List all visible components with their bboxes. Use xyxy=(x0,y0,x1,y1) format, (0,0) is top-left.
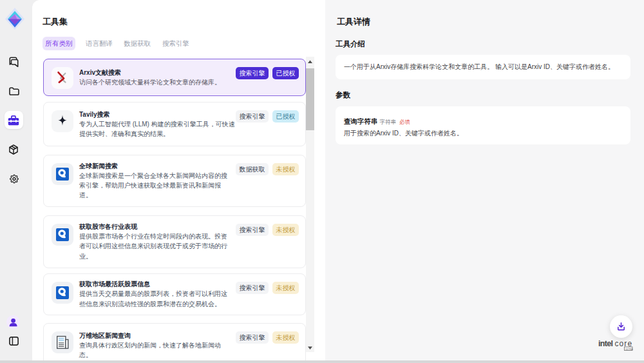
svg-text:ULTRA: ULTRA xyxy=(625,348,633,351)
svg-text:intel: intel xyxy=(598,339,612,348)
svg-text:core: core xyxy=(615,339,633,348)
